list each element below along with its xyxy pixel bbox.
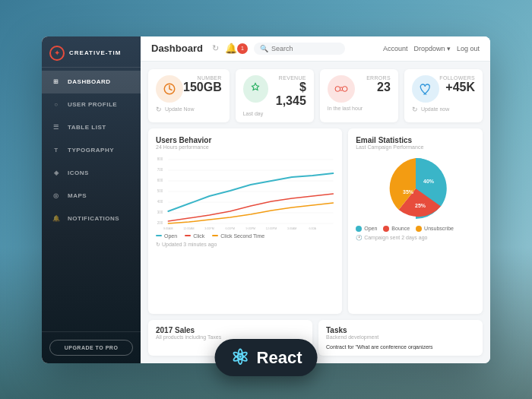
svg-text:500: 500	[157, 188, 163, 192]
sidebar-item-label: Dashboard	[68, 78, 111, 85]
logout-link[interactable]: Log out	[457, 45, 480, 52]
logo-icon: ✦	[49, 46, 65, 61]
legend-open: Open	[156, 233, 177, 239]
react-label: React	[257, 348, 302, 368]
pie-chart-svg: 40% 25% 35%	[382, 154, 450, 223]
header-actions: Account Dropdown ▾ Log out	[383, 45, 480, 52]
refresh-icon[interactable]: ↻	[212, 43, 219, 53]
svg-text:400: 400	[157, 199, 163, 203]
capacity-label: Number	[183, 75, 222, 81]
sales-title: 2017 Sales	[156, 326, 305, 334]
sidebar-item-maps[interactable]: ◎ Maps	[42, 185, 141, 207]
errors-footer: In the last hour	[328, 106, 363, 111]
dropdown-link[interactable]: Dropdown ▾	[413, 45, 451, 52]
notification-wrapper[interactable]: 🔔 1	[225, 43, 248, 54]
svg-text:6:00PM: 6:00PM	[225, 226, 234, 230]
sidebar-item-icons[interactable]: ◈ Icons	[42, 162, 141, 185]
legend-click2-label: Click Second Time	[220, 233, 264, 239]
dashboard-icon: ⊞	[51, 77, 62, 87]
brand-name: CREATIVE-TIM	[69, 49, 121, 56]
svg-text:600: 600	[157, 178, 163, 182]
legend-open-label: Open	[164, 233, 177, 239]
svg-text:12:00AM: 12:00AM	[183, 226, 194, 230]
capacity-icon-wrap	[156, 75, 183, 103]
sidebar-item-table-list[interactable]: ☰ Table List	[42, 116, 141, 139]
pie-dot-bounce	[383, 226, 389, 232]
revenue-footer: Last day	[243, 111, 263, 116]
followers-label: Followers	[439, 75, 475, 81]
pie-chart-updated: 🕐 Campaign sent 2 days ago	[356, 235, 475, 241]
pie-chart-legend: Open Bounce Unsubscribe	[356, 226, 475, 232]
followers-value: +45K	[439, 81, 475, 94]
legend-click-dot	[185, 235, 191, 236]
upgrade-button[interactable]: UPGRADE TO PRO	[49, 340, 133, 356]
capacity-footer: Update Now	[165, 106, 195, 112]
legend-click2: Click Second Time	[212, 233, 264, 239]
app-window: ✦ CREATIVE-TIM ⊞ Dashboard ○ User Profil…	[42, 36, 490, 363]
followers-icon-wrap	[412, 75, 439, 103]
line-chart-updated-text: Updated 3 minutes ago	[162, 242, 217, 247]
pie-dot-unsubscribe	[416, 226, 422, 232]
svg-text:300: 300	[157, 210, 163, 214]
sidebar-item-label: Notifications	[68, 215, 119, 222]
svg-point-2	[342, 86, 347, 91]
pie-chart-title: Email Statistics	[356, 136, 475, 144]
revenue-value: $ 1,345	[268, 81, 306, 108]
tasks-title: Tasks	[326, 326, 475, 334]
sidebar-footer: UPGRADE TO PRO	[42, 331, 141, 363]
heart-icon	[419, 82, 432, 96]
stat-card-revenue: Revenue $ 1,345 Last day	[236, 69, 314, 122]
dashboard-content: Number 150GB ↻ Update Now	[141, 62, 490, 363]
line-chart-card: Users Behavior 24 Hours performance 800 …	[148, 128, 342, 314]
sidebar-item-typography[interactable]: T Typography	[42, 139, 141, 162]
refresh-small-icon: ↻	[156, 242, 160, 247]
page-title: Dashboard	[151, 43, 203, 54]
user-icon: ○	[51, 100, 62, 110]
search-box[interactable]: 🔍	[254, 43, 345, 55]
search-input[interactable]	[271, 45, 332, 52]
sidebar-item-label: Icons	[68, 169, 89, 176]
errors-icon-wrap	[328, 75, 355, 103]
followers-footer: Update now	[421, 106, 449, 112]
pie-legend-unsubscribe: Unsubscribe	[416, 226, 454, 232]
stat-card-followers: Followers +45K ↻ Update now	[404, 69, 483, 122]
sidebar-logo: ✦ CREATIVE-TIM	[42, 36, 141, 68]
revenue-label: Revenue	[268, 75, 306, 81]
capacity-icon	[163, 82, 176, 96]
sidebar-item-label: User Profile	[68, 101, 117, 108]
table-icon: ☰	[51, 122, 62, 133]
clock-icon: 🕐	[356, 235, 363, 240]
svg-text:9:00PM: 9:00PM	[246, 226, 255, 230]
task-item: Contract for "What are conference organi…	[326, 344, 475, 350]
main-content: Dashboard ↻ 🔔 1 🔍 Account Dropdown ▾ Log…	[141, 36, 490, 363]
sidebar-item-label: Table List	[68, 124, 106, 131]
pie-label-unsubscribe: Unsubscribe	[424, 226, 454, 231]
svg-text:35%: 35%	[403, 189, 414, 195]
errors-value: 23	[366, 81, 391, 94]
tasks-subtitle: Backend development	[326, 334, 475, 340]
errors-icon	[334, 83, 349, 95]
stat-cards-row: Number 150GB ↻ Update Now	[148, 69, 483, 122]
svg-text:700: 700	[157, 167, 163, 171]
svg-point-1	[335, 86, 340, 91]
sidebar-item-dashboard[interactable]: ⊞ Dashboard	[42, 71, 141, 93]
stat-card-errors: Errors 23 In the last hour	[320, 69, 398, 122]
top-header: Dashboard ↻ 🔔 1 🔍 Account Dropdown ▾ Log…	[141, 36, 490, 62]
bell-icon: 🔔	[51, 214, 62, 224]
legend-click2-dot	[212, 235, 218, 236]
sidebar-item-label: Maps	[68, 192, 87, 199]
sidebar-item-notifications[interactable]: 🔔 Notifications	[42, 207, 141, 230]
search-icon: 🔍	[260, 45, 268, 52]
map-icon: ◎	[51, 191, 62, 201]
sidebar-item-user-profile[interactable]: ○ User Profile	[42, 93, 141, 116]
tasks-card: Tasks Backend development Contract for "…	[318, 320, 483, 356]
pie-label-bounce: Bounce	[391, 226, 410, 231]
legend-click-label: Click	[193, 233, 204, 239]
account-link[interactable]: Account	[383, 45, 408, 52]
charts-row: Users Behavior 24 Hours performance 800 …	[148, 128, 483, 314]
svg-text:9:00AM: 9:00AM	[163, 226, 173, 230]
react-badge: ⚛ React	[215, 339, 318, 376]
bell-header-icon: 🔔	[225, 43, 237, 54]
pie-chart-area: 40% 25% 35%	[356, 154, 475, 223]
pie-legend-bounce: Bounce	[383, 226, 410, 232]
